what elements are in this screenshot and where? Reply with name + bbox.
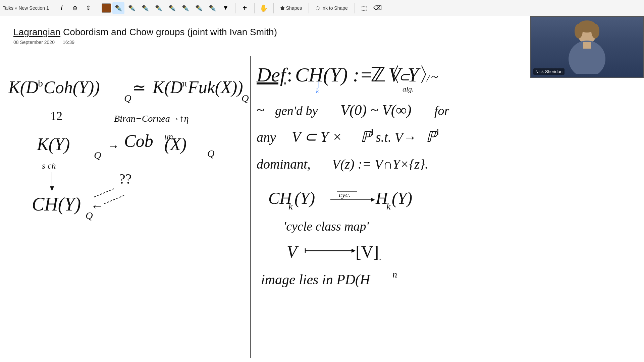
svg-text:n: n	[392, 269, 397, 280]
pen-orange-icon: ✒️	[155, 4, 162, 12]
pen-red-icon: ✒️	[128, 4, 136, 12]
separator-5	[309, 3, 309, 13]
pen-black-icon: ✒️	[115, 4, 122, 12]
svg-text:~: ~	[257, 102, 265, 118]
svg-text:Biran−Cornea→↑η: Biran−Cornea→↑η	[114, 113, 189, 124]
color-brown[interactable]	[102, 3, 111, 13]
svg-text:alg.: alg.	[402, 85, 414, 93]
separator-1	[98, 3, 98, 13]
breadcrumb: Talks » New Section 1	[3, 5, 49, 11]
svg-text:V(z) := V∩Y×{z}.: V(z) := V∩Y×{z}.	[332, 157, 428, 172]
pen-red[interactable]: ✒️	[126, 2, 138, 14]
lasso-select[interactable]: ⬚	[358, 2, 370, 14]
svg-text:≃: ≃	[132, 79, 146, 97]
svg-point-78	[575, 24, 583, 39]
add-button[interactable]: +	[239, 2, 251, 14]
svg-text:k: k	[316, 87, 319, 95]
separator-6	[355, 3, 355, 13]
svg-text:gen'd by: gen'd by	[275, 104, 318, 118]
svg-text:(Y): (Y)	[294, 189, 315, 207]
cursor-icon: I	[61, 4, 63, 12]
shapes-icon: ⬟	[280, 5, 284, 11]
pen-dark2[interactable]: ✒️	[206, 2, 218, 14]
svg-text:k: k	[386, 201, 391, 212]
video-panel: Nick Sheridan	[530, 16, 644, 78]
svg-marker-21	[50, 186, 54, 191]
shapes-label: Shapes	[286, 5, 302, 11]
svg-text:CH(Y) :=: CH(Y) :=	[295, 64, 373, 86]
lasso-icon: ⬚	[361, 4, 367, 12]
svg-text:→: →	[107, 139, 119, 153]
pen-black[interactable]: ✒️	[112, 2, 124, 14]
svg-text:Q: Q	[94, 149, 101, 161]
svg-text:image lies in PD(H: image lies in PD(H	[261, 272, 371, 288]
dropdown-icon: ▼	[223, 4, 229, 11]
person-silhouette	[553, 20, 621, 74]
svg-text:s: s	[42, 161, 45, 171]
pen-blue[interactable]: ✒️	[139, 2, 151, 14]
svg-text:Coh(Y)): Coh(Y))	[44, 78, 100, 97]
svg-text:[V]: [V]	[356, 242, 379, 261]
eraser[interactable]: ⌫	[372, 2, 384, 14]
svg-text:Def: Def	[256, 64, 288, 86]
svg-text:.: .	[379, 252, 381, 262]
main-content: Lagrangian Cobordism and Chow groups (jo…	[0, 16, 644, 362]
arrows-icon: ⇕	[86, 4, 91, 12]
svg-text:~: ~	[431, 69, 438, 84]
svg-text:←: ←	[91, 198, 104, 214]
svg-line-24	[104, 195, 124, 204]
svg-marker-69	[352, 249, 356, 253]
pen-dark[interactable]: ✒️	[179, 2, 192, 14]
pen-gray-icon: ✒️	[168, 4, 176, 12]
svg-text:(Y): (Y)	[392, 189, 412, 207]
plus-icon: +	[243, 4, 247, 12]
svg-text:K(Y): K(Y)	[37, 135, 70, 154]
svg-text:V ⊂ Y ×: V ⊂ Y ×	[292, 129, 342, 145]
svg-text:s.t. V→: s.t. V→	[376, 130, 416, 145]
pen-dark2-icon: ✒️	[209, 4, 216, 12]
cursor-tool[interactable]: I	[56, 2, 68, 14]
svg-text:1: 1	[435, 127, 440, 137]
svg-rect-76	[583, 42, 591, 49]
pen-blue-icon: ✒️	[142, 4, 149, 12]
separator-2	[235, 3, 235, 13]
person-name-label: Nick Sheridan	[533, 68, 565, 75]
eraser-icon: ⌫	[373, 4, 382, 12]
svg-text::: :	[287, 64, 292, 86]
svg-text:V: V	[287, 242, 299, 261]
pen-orange[interactable]: ✒️	[153, 2, 165, 14]
shapes-button[interactable]: ⬟ Shapes	[277, 4, 305, 12]
ink-to-shape-icon: ⬡	[316, 5, 320, 11]
svg-text:dominant,: dominant,	[257, 157, 311, 172]
ink-to-shape-label: Ink to Shape	[321, 5, 348, 11]
svg-text:K(D: K(D	[152, 78, 183, 97]
svg-text:for: for	[434, 104, 449, 118]
svg-point-79	[591, 24, 599, 39]
svg-text:12: 12	[50, 109, 62, 123]
separator-4	[273, 3, 274, 13]
svg-text:π: π	[182, 77, 187, 88]
svg-text:Fuk(X)): Fuk(X))	[187, 78, 243, 97]
svg-marker-59	[371, 198, 375, 202]
svg-text:K(D: K(D	[8, 78, 39, 97]
add-tool[interactable]: ⊕	[69, 2, 81, 14]
person-video: Nick Sheridan	[531, 17, 643, 77]
svg-text:??: ??	[119, 171, 131, 187]
svg-text:ch: ch	[48, 161, 56, 171]
svg-text:|: |	[318, 80, 320, 88]
separator-3	[254, 3, 255, 13]
move-tool[interactable]: ⇕	[83, 2, 95, 14]
svg-text:any: any	[257, 130, 276, 145]
hand-tool[interactable]: ✋	[258, 2, 270, 14]
pen-green[interactable]: ✒️	[193, 2, 205, 14]
svg-text:Q: Q	[124, 93, 131, 104]
pen-green-icon: ✒️	[195, 4, 203, 12]
svg-text:CH(Y): CH(Y)	[32, 194, 81, 215]
ink-to-shape-button[interactable]: ⬡ Ink to Shape	[312, 4, 351, 12]
svg-text:1: 1	[370, 127, 375, 137]
svg-text:Cob: Cob	[124, 131, 153, 150]
pen-dropdown[interactable]: ▼	[220, 2, 232, 14]
pen-gray[interactable]: ✒️	[166, 2, 178, 14]
whiteboard[interactable]: Lagrangian Cobordism and Chow groups (jo…	[0, 16, 644, 362]
svg-text:Q: Q	[241, 93, 249, 104]
